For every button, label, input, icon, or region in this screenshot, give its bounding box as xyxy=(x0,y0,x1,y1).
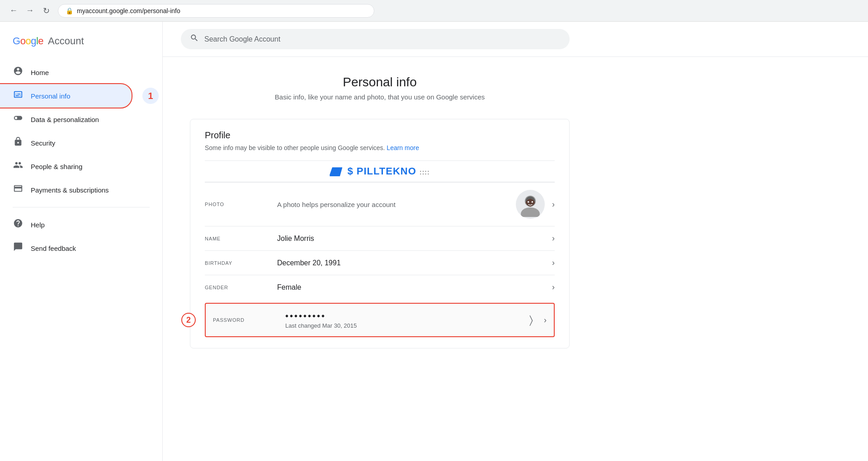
logo-o1: o xyxy=(20,35,26,47)
sidebar-item-security-label: Security xyxy=(31,139,55,147)
photo-chevron: › xyxy=(552,200,555,209)
password-chevron: › xyxy=(544,315,547,325)
photo-value: A photo helps personalize your account xyxy=(277,201,516,208)
birthday-label: BIRTHDAY xyxy=(205,260,277,266)
sidebar-item-personal-info[interactable]: Personal info xyxy=(0,84,132,108)
password-label: PASSWORD xyxy=(213,317,285,323)
personal-info-icon xyxy=(13,89,24,102)
sidebar-item-people-sharing[interactable]: People & sharing xyxy=(0,155,155,178)
name-value: Jolie Morris xyxy=(277,235,545,243)
password-dots: ••••••••• xyxy=(285,311,529,321)
profile-section-description: Some info may be visible to other people… xyxy=(205,144,555,151)
back-button[interactable]: ← xyxy=(7,5,20,17)
nav-divider xyxy=(13,207,150,207)
refresh-button[interactable]: ↻ xyxy=(40,5,52,17)
sidebar-item-home[interactable]: Home xyxy=(0,61,155,84)
search-icon xyxy=(190,33,199,45)
photo-row[interactable]: PHOTO A photo helps personalize your acc… xyxy=(205,182,555,226)
sidebar-item-help-label: Help xyxy=(31,221,45,229)
svg-point-3 xyxy=(528,201,529,203)
google-logo: Google Account xyxy=(0,31,162,61)
gender-row[interactable]: GENDER Female › xyxy=(205,275,555,299)
password-section: PASSWORD ••••••••• Last changed Mar 30, … xyxy=(205,303,555,337)
search-input[interactable] xyxy=(204,35,561,43)
password-last-changed: Last changed Mar 30, 2015 xyxy=(285,322,529,329)
svg-point-4 xyxy=(532,201,533,203)
sidebar-item-payments[interactable]: Payments & subscriptions xyxy=(0,178,155,202)
profile-section-title: Profile xyxy=(205,130,555,141)
sidebar: Google Account Home Personal info xyxy=(0,22,163,461)
birthday-chevron: › xyxy=(552,258,555,268)
gender-value: Female xyxy=(277,283,545,292)
sidebar-item-payments-label: Payments & subscriptions xyxy=(31,186,109,194)
sidebar-item-personal-info-label: Personal info xyxy=(31,92,71,100)
payments-icon xyxy=(13,183,24,196)
address-bar[interactable]: 🔒 myaccount.google.com/personal-info xyxy=(58,4,374,18)
sidebar-item-send-feedback[interactable]: Send feedback xyxy=(0,236,155,260)
sidebar-item-home-label: Home xyxy=(31,69,49,76)
top-search-area xyxy=(163,22,868,57)
home-icon xyxy=(13,66,24,79)
password-value-area: ••••••••• Last changed Mar 30, 2015 xyxy=(285,311,529,329)
browser-chrome: ← → ↻ 🔒 myaccount.google.com/personal-in… xyxy=(0,0,868,22)
photo-label: PHOTO xyxy=(205,202,277,207)
security-icon xyxy=(13,136,24,149)
sidebar-item-security[interactable]: Security xyxy=(0,131,155,155)
name-row[interactable]: NAME Jolie Morris › xyxy=(205,226,555,250)
birthday-row[interactable]: BIRTHDAY December 20, 1991 › xyxy=(205,250,555,275)
avatar xyxy=(516,190,545,219)
svg-point-1 xyxy=(521,207,540,217)
logo-account-text: Account xyxy=(48,35,84,47)
name-label: NAME xyxy=(205,236,277,241)
spilltekno-watermark: $ PILLTEKNO :::: xyxy=(205,160,555,182)
nav-controls: ← → ↻ xyxy=(7,5,52,17)
logo-g: G xyxy=(13,35,20,47)
sidebar-item-people-sharing-label: People & sharing xyxy=(31,163,82,170)
annotation-badge-1: 1 xyxy=(142,88,159,104)
sidebar-nav: Home Personal info 1 Data & personalizat… xyxy=(0,61,162,260)
data-personalization-icon xyxy=(13,113,24,126)
gender-chevron: › xyxy=(552,282,555,292)
page-subtitle: Basic info, like your name and photo, th… xyxy=(190,93,570,101)
name-chevron: › xyxy=(552,234,555,243)
profile-section-card: Profile Some info may be visible to othe… xyxy=(190,119,570,348)
page-container: Google Account Home Personal info xyxy=(0,22,868,461)
search-box[interactable] xyxy=(181,29,570,49)
sidebar-item-data-personalization-label: Data & personalization xyxy=(31,116,99,123)
logo-e: e xyxy=(38,35,43,47)
learn-more-link[interactable]: Learn more xyxy=(387,144,419,151)
page-title: Personal info xyxy=(190,75,570,89)
cursor-hand: 〉 xyxy=(529,314,533,326)
sidebar-item-send-feedback-label: Send feedback xyxy=(31,245,76,252)
sidebar-item-data-personalization[interactable]: Data & personalization xyxy=(0,108,155,131)
lock-icon: 🔒 xyxy=(66,7,73,14)
annotation-badge-2: 2 xyxy=(181,313,196,327)
content-body: Personal info Basic info, like your name… xyxy=(163,57,597,377)
avatar-area xyxy=(516,190,545,219)
password-row-highlight: PASSWORD ••••••••• Last changed Mar 30, … xyxy=(205,303,555,337)
sidebar-item-help[interactable]: Help xyxy=(0,213,155,236)
annotation-1-text: 1 xyxy=(148,91,153,101)
people-sharing-icon xyxy=(13,160,24,173)
password-row[interactable]: PASSWORD ••••••••• Last changed Mar 30, … xyxy=(206,304,554,336)
logo-g2: g xyxy=(31,35,36,47)
help-icon xyxy=(13,218,24,231)
google-logo-text: Google xyxy=(13,35,43,47)
send-feedback-icon xyxy=(13,242,24,254)
gender-label: GENDER xyxy=(205,285,277,290)
main-content: Personal info Basic info, like your name… xyxy=(163,22,868,461)
annotation-2-text: 2 xyxy=(186,315,191,325)
birthday-value: December 20, 1991 xyxy=(277,259,545,267)
personal-info-nav-wrapper: Personal info 1 xyxy=(0,84,162,108)
logo-o2: o xyxy=(25,35,31,47)
forward-button[interactable]: → xyxy=(24,5,36,17)
url-text: myaccount.google.com/personal-info xyxy=(77,7,180,14)
